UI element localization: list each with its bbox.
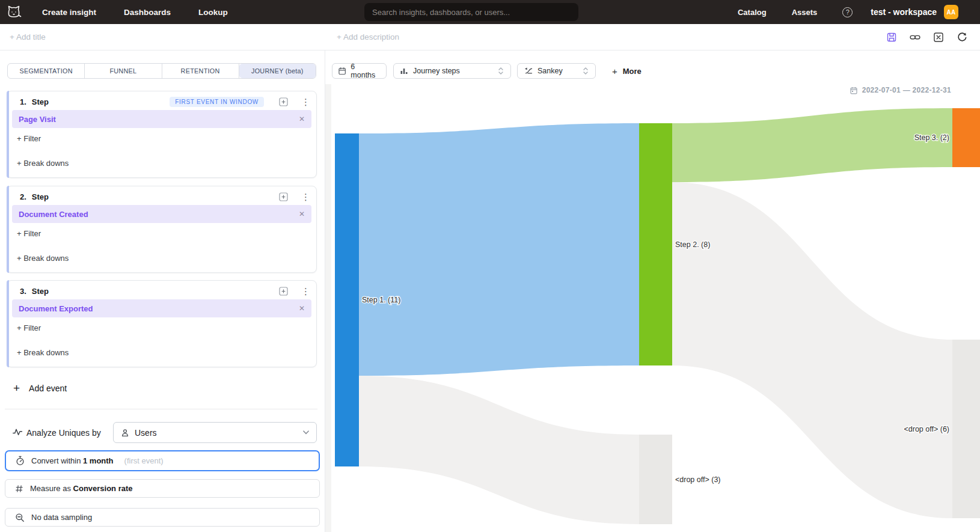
user-icon (121, 429, 129, 437)
zoom-out-icon (15, 513, 25, 522)
step-number: 3. (20, 287, 26, 296)
menu-assets[interactable]: Assets (792, 8, 818, 17)
tab-funnel[interactable]: FUNNEL (85, 64, 162, 78)
step-menu-icon[interactable]: ⋮ (301, 192, 310, 201)
add-event-to-step-icon[interactable] (279, 192, 288, 201)
pulse-icon (13, 428, 22, 436)
step-menu-icon[interactable]: ⋮ (301, 97, 310, 106)
event-name: Document Created (19, 210, 88, 219)
add-breakdown-link[interactable]: + Break downs (17, 348, 69, 357)
global-search-input[interactable]: Search insights, dashboards, or users... (364, 3, 578, 21)
step-card-2: 2. Step ⋮ Document Created ✕ + Filter + … (7, 186, 317, 273)
analyze-by-value: Users (135, 428, 157, 438)
analyze-label: Analyze Uniques by (26, 428, 101, 438)
step-number: 2. (20, 192, 26, 201)
sankey-node-label-step1: Step 1. (11) (362, 296, 400, 304)
menu-dashboards[interactable]: Dashboards (124, 8, 171, 17)
step-title: Step (32, 97, 49, 106)
insight-config-panel: SEGMENTATION FUNNEL RETENTION JOURNEY (b… (0, 50, 325, 532)
add-breakdown-link[interactable]: + Break downs (17, 254, 69, 263)
card-accent-bar (7, 91, 9, 178)
sankey-node-step1[interactable] (335, 133, 359, 466)
add-title-field[interactable]: + Add title (10, 32, 46, 41)
add-description-field[interactable]: + Add description (337, 32, 399, 41)
tab-journey[interactable]: JOURNEY (beta) (239, 64, 316, 78)
insight-header: + Add title + Add description (0, 24, 980, 50)
conversion-window-row[interactable]: Convert within 1 month (first event) (5, 450, 320, 471)
step-card-1: 1. Step FIRST EVENT IN WINDOW ⋮ Page Vis… (7, 91, 317, 178)
stopwatch-icon (16, 456, 25, 466)
event-name: Document Exported (19, 304, 93, 313)
card-accent-bar (7, 186, 9, 273)
event-pill[interactable]: Document Exported ✕ (12, 299, 311, 317)
convert-hint: (first event) (124, 456, 164, 465)
step-title: Step (32, 287, 49, 296)
sankey-link-step1-to-dropoff_2[interactable] (359, 376, 639, 524)
search-placeholder: Search insights, dashboards, or users... (372, 8, 510, 17)
app-logo-cat-icon[interactable] (5, 4, 23, 20)
add-filter-link[interactable]: + Filter (17, 134, 41, 143)
sankey-node-label-step3: Step 3. (2) (914, 133, 949, 142)
convert-value: 1 month (83, 456, 114, 465)
menu-create-insight[interactable]: Create insight (42, 8, 96, 17)
step-title: Step (32, 192, 49, 201)
remove-event-icon[interactable]: ✕ (299, 115, 305, 123)
hash-icon (15, 485, 23, 493)
card-accent-bar (7, 280, 9, 367)
sankey-link-step1-to-step2[interactable] (359, 123, 639, 376)
add-breakdown-link[interactable]: + Break downs (17, 159, 69, 168)
step-menu-icon[interactable]: ⋮ (301, 287, 310, 296)
top-navbar: Create insight Dashboards Lookup Search … (0, 0, 980, 24)
sankey-node-step2[interactable] (639, 123, 672, 365)
sankey-node-dropoff_2[interactable] (639, 435, 672, 524)
app-window: Create insight Dashboards Lookup Search … (0, 0, 980, 532)
step-card-3: 3. Step ⋮ Document Exported ✕ + Filter +… (7, 280, 317, 367)
tab-retention[interactable]: RETENTION (162, 64, 239, 78)
remove-event-icon[interactable]: ✕ (299, 210, 305, 218)
step-number: 1. (20, 97, 26, 106)
plus-icon: + (13, 382, 20, 394)
sankey-node-label-dropoff_3: <drop off> (6) (904, 425, 949, 433)
data-sampling-row[interactable]: No data sampling (5, 508, 320, 527)
sankey-node-step3[interactable] (952, 108, 980, 167)
step-card-header: 3. Step ⋮ (20, 285, 310, 297)
sankey-link-step2-to-step3[interactable] (672, 108, 952, 182)
help-icon[interactable]: ? (842, 7, 853, 17)
chevron-down-icon (303, 430, 309, 435)
sankey-diagram[interactable]: Step 1. (11)Step 2. (8)Step 3. (2)<drop … (325, 50, 980, 532)
add-event-to-step-icon[interactable] (279, 97, 288, 106)
measure-prefix: Measure as (30, 484, 71, 493)
add-filter-link[interactable]: + Filter (17, 323, 41, 332)
event-name: Page Visit (19, 115, 56, 124)
insight-actions (886, 32, 967, 43)
analyze-by-select[interactable]: Users (113, 422, 317, 443)
clear-insight-icon[interactable] (933, 32, 944, 43)
analyze-row: Analyze Uniques by Users (0, 422, 325, 444)
measure-as-row[interactable]: Measure as Conversion rate (5, 479, 320, 498)
first-event-badge: FIRST EVENT IN WINDOW (170, 97, 264, 107)
workspace-name[interactable]: test - workspace (871, 7, 937, 17)
sampling-value: No data sampling (31, 513, 92, 522)
save-icon[interactable] (886, 32, 897, 43)
refresh-icon[interactable] (957, 32, 967, 43)
tab-segmentation[interactable]: SEGMENTATION (8, 64, 85, 78)
panel-divider (5, 409, 317, 409)
add-event-to-step-icon[interactable] (279, 287, 288, 296)
menu-catalog[interactable]: Catalog (738, 8, 767, 17)
sankey-node-label-step2: Step 2. (8) (675, 240, 710, 249)
copy-link-icon[interactable] (910, 32, 920, 43)
insight-type-tabs: SEGMENTATION FUNNEL RETENTION JOURNEY (b… (7, 63, 316, 79)
event-pill[interactable]: Page Visit ✕ (12, 110, 311, 128)
menu-lookup[interactable]: Lookup (198, 8, 228, 17)
step-card-header: 1. Step FIRST EVENT IN WINDOW ⋮ (20, 96, 310, 108)
sankey-node-dropoff_3[interactable] (952, 340, 980, 518)
event-pill[interactable]: Document Created ✕ (12, 205, 311, 223)
user-avatar[interactable]: AA (944, 5, 958, 19)
step-card-header: 2. Step ⋮ (20, 191, 310, 203)
sankey-link-step2-to-dropoff_3[interactable] (672, 182, 952, 518)
add-filter-link[interactable]: + Filter (17, 229, 41, 238)
add-event-button[interactable]: + Add event (13, 382, 67, 394)
top-menu: Create insight Dashboards Lookup (42, 8, 228, 17)
convert-prefix: Convert within (31, 456, 81, 465)
remove-event-icon[interactable]: ✕ (299, 304, 305, 313)
